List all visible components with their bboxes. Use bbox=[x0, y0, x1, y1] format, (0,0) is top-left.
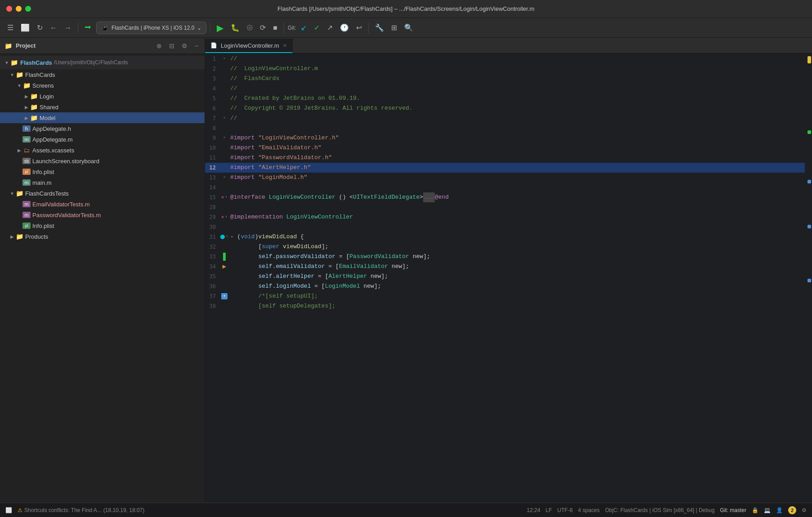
code-line-38: 38 [self setupDelegates]; bbox=[205, 301, 805, 311]
passwordvalidatortests-label: PasswordValidatorTests.m bbox=[32, 212, 201, 218]
code-text-12: #import "AlertHelper.h" bbox=[229, 163, 311, 173]
right-scroll-gutter[interactable] bbox=[805, 54, 812, 503]
back-button[interactable]: ← bbox=[47, 22, 60, 34]
separator-3 bbox=[284, 22, 284, 33]
code-text-30 bbox=[229, 222, 230, 232]
jump-to-source-button[interactable]: ⮕ bbox=[82, 22, 94, 34]
sidebar-item-main-m[interactable]: m main.m bbox=[0, 177, 205, 188]
line-num-1: 1 bbox=[205, 54, 219, 64]
git-commit-button[interactable]: ✓ bbox=[311, 22, 322, 34]
shared-folder-icon: 📁 bbox=[30, 103, 38, 111]
fold-icon-29: ▾ bbox=[225, 212, 228, 222]
git-fetch-button[interactable]: ↙ bbox=[298, 22, 309, 34]
search-button[interactable]: 🔍 bbox=[402, 22, 416, 34]
line-num-10: 10 bbox=[205, 143, 219, 153]
gutter-9: ▾ bbox=[219, 133, 229, 143]
gutter-15: ✕ ▾ bbox=[219, 192, 229, 202]
gutter-33 bbox=[219, 253, 229, 261]
line-num-33: 33 bbox=[205, 252, 219, 262]
sidebar-title: Project bbox=[16, 42, 151, 49]
sidebar-item-flashcardstests[interactable]: 📁 FlashCardsTests bbox=[0, 188, 205, 199]
code-line-12: 12 #import "AlertHelper.h" bbox=[205, 163, 805, 173]
code-text-29: @implementation LoginViewController bbox=[229, 212, 353, 222]
sidebar-item-screens[interactable]: 📁 Screens bbox=[0, 80, 205, 91]
git-history-button[interactable]: 🕐 bbox=[337, 22, 352, 34]
line-num-9: 9 bbox=[205, 133, 219, 143]
chevron-down-icon bbox=[197, 25, 201, 31]
gutter-31: ▾ bbox=[219, 232, 229, 242]
tab-loginviewcontroller[interactable]: 📄 LoginViewController.m ✕ bbox=[205, 39, 293, 53]
settings-button[interactable]: ⚙ bbox=[180, 41, 189, 50]
stop-button[interactable]: ■ bbox=[270, 22, 280, 34]
sidebar-item-shared[interactable]: 📁 Shared bbox=[0, 102, 205, 112]
root-path: /Users/jsmith/ObjC/FlashCards bbox=[54, 59, 128, 66]
model-folder-icon: 📁 bbox=[30, 114, 38, 122]
line-num-12: 12 bbox=[205, 163, 219, 173]
line-num-32: 32 bbox=[205, 242, 219, 252]
debug-button[interactable]: 🐛 bbox=[228, 22, 242, 34]
layout-button[interactable]: ⊞ bbox=[388, 22, 400, 34]
line-num-36: 36 bbox=[205, 281, 219, 291]
device-selector[interactable]: 📱 FlashCards | iPhone XS | iOS 12.0 bbox=[96, 22, 206, 34]
sync-button[interactable]: ↻ bbox=[34, 22, 45, 34]
code-text-32: [super viewDidLoad]; bbox=[229, 242, 328, 252]
model-arrow bbox=[23, 115, 30, 121]
sidebar-item-infoplist[interactable]: pl Info.plist bbox=[0, 166, 205, 177]
wrench-button[interactable]: 🔧 bbox=[372, 22, 387, 34]
device-icon: 📱 bbox=[101, 24, 109, 31]
sidebar-item-appdelegate-h[interactable]: h AppDelegate.h bbox=[0, 123, 205, 134]
profile-button[interactable]: ⟳ bbox=[257, 22, 268, 34]
appdelegate-h-label: AppDelegate.h bbox=[32, 125, 201, 132]
tree-area[interactable]: 📁 FlashCards /Users/jsmith/ObjC/FlashCar… bbox=[0, 54, 205, 503]
xmark-icon-15: ✕ bbox=[221, 192, 224, 202]
code-text-4: // bbox=[229, 84, 237, 94]
code-line-34: 34 ▶ self.emailValidator = [EmailValidat… bbox=[205, 262, 805, 272]
code-line-29: 29 ✕ ▾ @implementation LoginViewControll… bbox=[205, 212, 805, 222]
line-num-3: 3 bbox=[205, 74, 219, 84]
code-line-1: 1 ▾ // bbox=[205, 54, 805, 64]
run-button[interactable]: ▶ bbox=[214, 21, 226, 35]
storyboard-icon: sb bbox=[22, 158, 31, 164]
save-button[interactable]: ⬜ bbox=[18, 22, 32, 34]
sidebar-item-assets[interactable]: 🗂 Assets.xcassets bbox=[0, 145, 205, 156]
code-editor[interactable]: 1 ▾ // 2 // LoginViewController.m bbox=[205, 54, 812, 503]
show-project-button[interactable]: ☰ bbox=[4, 22, 16, 34]
blue-rect-37: ▾ bbox=[221, 293, 228, 299]
minimize-button[interactable] bbox=[16, 6, 22, 12]
status-git: Git: master bbox=[720, 507, 746, 513]
sidebar-item-emailvalidatortests[interactable]: m EmailValidatorTests.m bbox=[0, 199, 205, 209]
code-text-11: #import "PasswordValidator.h" bbox=[229, 153, 332, 163]
git-push-button[interactable]: ↗ bbox=[324, 22, 335, 34]
coverage-button[interactable]: ⦾ bbox=[244, 22, 255, 34]
scroll-indicator-yellow bbox=[808, 56, 811, 63]
line-num-30: 30 bbox=[205, 222, 219, 232]
sidebar-item-passwordvalidatortests[interactable]: m PasswordValidatorTests.m bbox=[0, 209, 205, 220]
collapse-button[interactable]: − bbox=[193, 41, 200, 50]
filter-button[interactable]: ⊟ bbox=[167, 41, 176, 50]
sidebar-item-appdelegate-m[interactable]: m AppDelegate.m bbox=[0, 134, 205, 145]
code-line-8: 8 bbox=[205, 123, 805, 133]
sidebar-item-products[interactable]: 📁 Products bbox=[0, 231, 205, 242]
titlebar: FlashCards [/Users/jsmith/ObjC/FlashCard… bbox=[0, 0, 812, 18]
sidebar-item-flashcards[interactable]: 📁 FlashCards bbox=[0, 69, 205, 80]
forward-button[interactable]: → bbox=[62, 22, 74, 34]
maximize-button[interactable] bbox=[25, 6, 31, 12]
tab-close-button[interactable]: ✕ bbox=[283, 43, 287, 49]
tab-file-icon: 📄 bbox=[210, 42, 217, 49]
statusbar: ⬜ ⚠ Shortcuts conflicts: The Find A... (… bbox=[0, 503, 812, 517]
sidebar-item-tests-infoplist[interactable]: pl Info.plist bbox=[0, 220, 205, 231]
tab-bar: 📄 LoginViewController.m ✕ bbox=[205, 38, 812, 54]
root-item[interactable]: 📁 FlashCards /Users/jsmith/ObjC/FlashCar… bbox=[0, 56, 205, 69]
code-line-6: 6 // Copyright © 2019 JetBrains. All rig… bbox=[205, 103, 805, 113]
main-m-label: main.m bbox=[32, 179, 201, 186]
sidebar-item-login[interactable]: 📁 Login bbox=[0, 91, 205, 102]
code-line-14: 14 bbox=[205, 183, 805, 192]
line-num-6: 6 bbox=[205, 103, 219, 113]
sidebar-item-launchscreen[interactable]: sb LaunchScreen.storyboard bbox=[0, 156, 205, 166]
close-button[interactable] bbox=[6, 6, 12, 12]
line-num-35: 35 bbox=[205, 272, 219, 281]
git-undo-button[interactable]: ↩ bbox=[353, 22, 365, 34]
sidebar-item-model[interactable]: 📁 Model bbox=[0, 112, 205, 123]
add-file-button[interactable]: ⊕ bbox=[155, 41, 164, 50]
assets-label: Assets.xcassets bbox=[32, 147, 201, 154]
